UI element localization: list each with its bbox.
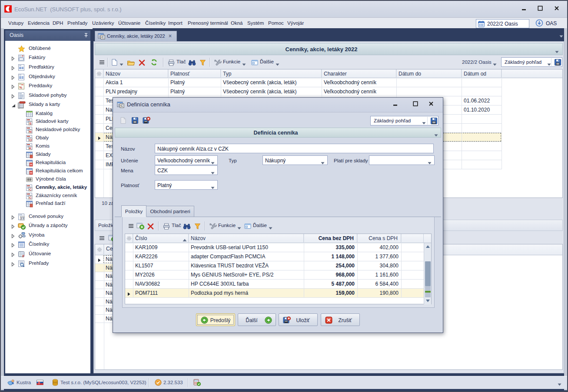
menu-item-v-voj-r[interactable]: Vývojár [287, 20, 304, 26]
sidebar-item-neskladové-položky[interactable]: NNeskladové položky [5, 126, 90, 134]
expander-closed-icon[interactable] [11, 56, 15, 62]
tabstrip-dropdown-icon[interactable] [559, 33, 563, 39]
sidebar-item-skladové-pohyby[interactable]: Skladové pohyby [5, 91, 90, 100]
expander-open-icon[interactable] [11, 103, 16, 109]
expander-closed-icon[interactable] [11, 224, 15, 230]
expander-closed-icon[interactable] [11, 75, 15, 81]
sidebar-item-rekapitulácia-celkom[interactable]: Rekapitulácia celkom [5, 167, 90, 175]
dialog-item-row[interactable]: POM7111Podlozka pod mys herná159,000190,… [125, 289, 424, 298]
typ-combo-caret-icon[interactable] [321, 160, 325, 166]
more-icon[interactable] [251, 59, 258, 67]
dialog-view-combo[interactable]: Základný pohľad [370, 116, 438, 125]
column-chooser-cell[interactable] [125, 234, 133, 243]
menu-item-pomoc[interactable]: Pomoc [268, 20, 284, 26]
dialog-minimize-button[interactable] [389, 100, 402, 109]
plati-pre-sklady-combo-caret-icon[interactable] [428, 160, 432, 166]
typ-combo[interactable]: Nákupný [262, 155, 328, 165]
functions-caret-icon[interactable] [242, 61, 246, 67]
plati-pre-sklady-combo[interactable] [369, 155, 435, 165]
sidebar-item-prehľady[interactable]: Prehľady [5, 259, 90, 268]
mena-combo-caret-icon[interactable] [211, 170, 215, 176]
sidebar-item-faktúry[interactable]: Faktúry [5, 53, 90, 63]
expander-closed-icon[interactable] [11, 252, 15, 258]
sidebar-item-cenníky-akcie-letáky[interactable]: CCenníky, akcie, letáky [5, 183, 90, 191]
column-chooser-cell[interactable] [95, 69, 103, 78]
pricelist-row[interactable]: Akcia 1PlatnýVšeobecný cenník (akcia, le… [95, 78, 502, 87]
functions-icon[interactable] [214, 59, 222, 67]
menu-item-dph[interactable]: DPH [53, 20, 63, 26]
save-button[interactable]: Uložiť [279, 313, 318, 326]
sidebar-item-objednávky[interactable]: Objednávky [5, 72, 90, 82]
column-header-cena_bez[interactable]: Cena bez DPH [304, 234, 357, 243]
menu-item-import[interactable]: Import [168, 20, 183, 26]
print-label[interactable]: Tlač [172, 223, 181, 228]
expander-closed-icon[interactable] [11, 262, 15, 268]
platnost-combo[interactable]: Platný [155, 180, 218, 190]
window-maximize-button[interactable] [534, 4, 547, 14]
oas-button[interactable]: OAS [535, 19, 562, 28]
column-header-nazov[interactable]: Názov [189, 234, 304, 243]
pricelist-row[interactable]: PLN predajnyPlatnýVšeobecný cenník (akci… [95, 87, 502, 96]
sidebar-item-skladové-karty[interactable]: SSkladové karty [5, 118, 90, 126]
dialog-view-caret-icon[interactable] [422, 120, 426, 126]
gear-icon[interactable] [126, 236, 132, 242]
menu-item--seln-ky[interactable]: Číselníky [145, 20, 166, 26]
tab-close-icon[interactable]: × [169, 33, 172, 39]
expander-closed-icon[interactable] [11, 66, 15, 72]
expander-closed-icon[interactable] [11, 215, 15, 221]
add-row-icon[interactable] [136, 222, 144, 231]
sidebar-item-preddavky[interactable]: %Preddavky [5, 81, 90, 91]
dialog-item-row[interactable]: MY2026Mys GENIUS NetScroll+ EYE, PS/2968… [125, 270, 424, 280]
search-icon[interactable] [183, 223, 191, 231]
dialog-item-row[interactable]: NAV30682HP CC644E 300XL farba5 487,0006 … [125, 280, 424, 289]
dialog-tab-obchodni-partneri[interactable]: Obchodní partneri [146, 206, 194, 217]
delete-row-icon[interactable] [147, 223, 154, 231]
toolbar-period-label[interactable]: 2022/2 Oasis [462, 59, 492, 65]
sidebar-item-úhrady-a-zápočty[interactable]: Úhrady a zápočty [5, 221, 90, 231]
dialog-save-close-icon[interactable] [143, 117, 150, 125]
sidebar-item-rekapitulácia[interactable]: Rekapitulácia [5, 159, 90, 167]
tab-cenniky-akcie-letaky[interactable]: C Cenníky, akcie, letáky 2022 × [95, 31, 177, 41]
column-header-datum_do[interactable]: Dátum do [396, 69, 462, 78]
more-label[interactable]: Ďalšie [260, 59, 274, 64]
dialog-item-row[interactable]: KAR2226adapter CompactFlash PCMCIA1 148,… [125, 252, 424, 261]
vertical-scrollbar[interactable] [424, 243, 431, 304]
nazov-input[interactable]: Nákupný cenník Alza.cz v CZK [155, 144, 434, 153]
expander-closed-icon[interactable] [11, 94, 15, 100]
sidebar-item-cenové-ponuky[interactable]: 77Cenové ponuky [5, 212, 90, 221]
more-label[interactable]: Ďalšie [253, 223, 267, 228]
view-combo[interactable]: Základný pohľad [501, 57, 562, 67]
expander-closed-icon[interactable] [11, 84, 15, 90]
menu-item-preh-ady[interactable]: Prehľady [67, 20, 87, 26]
gear-icon[interactable] [97, 247, 102, 254]
sidebar-item-prehľad-šarží[interactable]: Prehľad šarží [5, 200, 90, 208]
view-save-icon[interactable] [554, 59, 561, 67]
sidebar-item-číselníky[interactable]: Číselníky [5, 240, 90, 250]
toolbar-period-caret-icon[interactable] [493, 61, 497, 67]
cancel-button[interactable]: Zrušiť [321, 313, 360, 326]
more-caret-icon[interactable] [269, 225, 272, 231]
dialog-header-caret-icon[interactable] [434, 132, 438, 138]
toolbar-menu-icon[interactable] [99, 60, 105, 66]
scroll-down-icon[interactable] [425, 297, 431, 304]
next-button[interactable]: Ďalší [238, 313, 276, 326]
sidebar-item-výrobné-čísla[interactable]: Výrobné čísla [5, 175, 90, 183]
expander-closed-icon[interactable] [11, 234, 15, 240]
platnost-combo-caret-icon[interactable] [211, 184, 215, 191]
more-caret-icon[interactable] [276, 61, 279, 67]
menu-item-uz-vierky[interactable]: Uzávierky [92, 20, 114, 26]
urcenie-combo-caret-icon[interactable] [211, 160, 215, 166]
scrollbar-thumb[interactable] [425, 261, 431, 286]
more-icon[interactable] [244, 223, 251, 231]
dialog-maximize-button[interactable] [409, 100, 422, 109]
window-minimize-button[interactable] [518, 4, 531, 14]
dialog-save-icon[interactable] [131, 117, 139, 125]
statusbar-caret-icon[interactable] [558, 381, 561, 387]
page-header-caret-icon[interactable] [555, 49, 559, 55]
window-close-button[interactable] [550, 4, 563, 14]
sidebar-item-obaly[interactable]: OObaly [5, 134, 90, 142]
dialog-view-save-icon[interactable] [430, 117, 438, 126]
expander-closed-icon[interactable] [11, 243, 15, 249]
scroll-up-icon[interactable] [425, 244, 431, 250]
mena-combo[interactable]: CZK [155, 165, 218, 175]
